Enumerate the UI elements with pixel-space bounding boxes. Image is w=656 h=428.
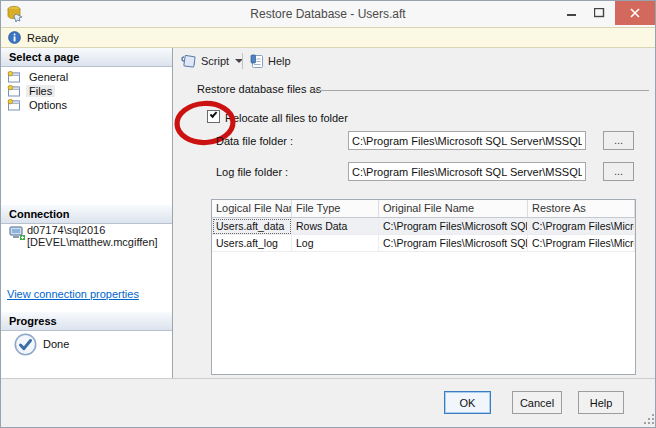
group-label: Restore database files as	[197, 83, 321, 95]
close-icon	[630, 8, 640, 18]
connection-user: [DEVEL\matthew.mcgiffen]	[27, 236, 158, 248]
close-button[interactable]	[615, 1, 655, 25]
cell-original-file-name[interactable]: C:\Program Files\Microsoft SQL ...	[379, 235, 528, 252]
sidebar-item-label: General	[26, 71, 71, 83]
column-header-logical-file-name[interactable]: Logical File Name	[212, 200, 292, 217]
maximize-button[interactable]	[585, 1, 613, 25]
connection-server: d07174\sql2016	[27, 224, 105, 236]
data-file-folder-input[interactable]	[348, 131, 586, 150]
title-bar[interactable]: Restore Database - Users.aft	[1, 1, 655, 27]
resize-grip[interactable]	[643, 413, 655, 425]
cell-file-type[interactable]: Log	[292, 235, 379, 252]
info-icon	[8, 31, 21, 44]
view-connection-properties-link[interactable]: View connection properties	[7, 288, 139, 300]
script-button[interactable]: Script	[178, 51, 246, 71]
checkmark-icon	[210, 110, 218, 118]
status-bar: Ready	[1, 27, 655, 48]
minimize-icon	[567, 8, 577, 18]
cell-restore-as[interactable]: C:\Program Files\Microsc	[528, 218, 635, 235]
log-file-browse-button[interactable]: ...	[603, 162, 634, 181]
column-header-original-file-name[interactable]: Original File Name	[379, 200, 528, 217]
column-header-file-type[interactable]: File Type	[292, 200, 379, 217]
column-header-restore-as[interactable]: Restore As	[528, 200, 635, 217]
cancel-button[interactable]: Cancel	[512, 391, 562, 414]
sidebar-item-files[interactable]: Files	[7, 84, 55, 98]
log-file-folder-label: Log file folder :	[216, 166, 288, 178]
cell-restore-as[interactable]: C:\Program Files\Microsc	[528, 235, 635, 252]
sidebar-item-options[interactable]: Options	[7, 98, 70, 112]
script-label: Script	[201, 55, 229, 67]
toolbar-separator	[242, 53, 243, 69]
log-file-folder-input[interactable]	[348, 162, 586, 181]
sidebar-item-label: Options	[26, 99, 70, 111]
progress-header: Progress	[1, 312, 172, 331]
sidebar-item-label: Files	[26, 85, 55, 97]
sidebar: Select a page General Files Optio	[1, 48, 173, 378]
restore-database-dialog: Restore Database - Users.aft Ready Selec…	[0, 0, 656, 428]
sidebar-item-general[interactable]: General	[7, 70, 71, 84]
ok-button[interactable]: OK	[444, 391, 491, 414]
cell-logical-file-name[interactable]: Users.aft_log	[212, 235, 292, 252]
page-icon	[7, 71, 21, 83]
maximize-icon	[594, 8, 605, 18]
done-check-icon	[14, 333, 37, 356]
table-row[interactable]: Users.aft_data Rows Data C:\Program File…	[212, 218, 635, 235]
help-button[interactable]: Help	[578, 391, 624, 414]
relocate-files-label: Relocate all files to folder	[225, 112, 348, 124]
script-icon	[181, 54, 197, 69]
minimize-button[interactable]	[559, 1, 585, 25]
status-text: Ready	[27, 32, 59, 44]
help-toolbar-label: Help	[268, 55, 291, 67]
select-page-header: Select a page	[1, 48, 172, 67]
relocate-files-checkbox[interactable]	[207, 110, 220, 123]
help-icon	[250, 54, 264, 69]
data-file-browse-button[interactable]: ...	[603, 131, 634, 150]
table-row[interactable]: Users.aft_log Log C:\Program Files\Micro…	[212, 235, 635, 252]
cell-original-file-name[interactable]: C:\Program Files\Microsoft SQL ...	[379, 218, 528, 235]
server-connection-icon	[9, 226, 26, 242]
cell-logical-file-name[interactable]: Users.aft_data	[212, 218, 292, 235]
page-icon	[7, 99, 21, 111]
cell-file-type[interactable]: Rows Data	[292, 218, 379, 235]
group-divider	[314, 90, 649, 91]
connection-header: Connection	[1, 205, 172, 224]
page-icon	[7, 85, 21, 97]
progress-status: Done	[43, 338, 69, 350]
window-title: Restore Database - Users.aft	[1, 1, 655, 27]
restore-files-table: Logical File Name File Type Original Fil…	[211, 199, 636, 375]
table-header-row: Logical File Name File Type Original Fil…	[212, 200, 635, 218]
data-file-folder-label: Data file folder :	[216, 135, 293, 147]
help-toolbar-button[interactable]: Help	[247, 51, 294, 71]
